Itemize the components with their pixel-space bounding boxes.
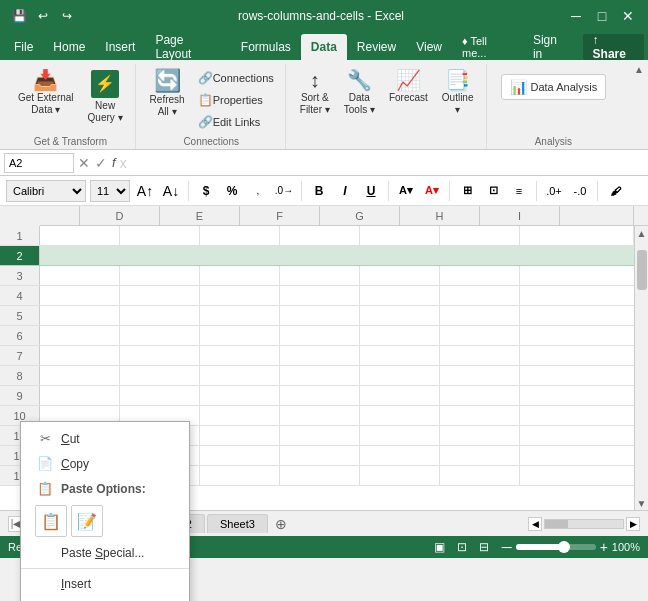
page-layout-view-button[interactable]: ⊡ (452, 539, 472, 555)
cell-g2[interactable] (280, 246, 360, 265)
confirm-formula-icon[interactable]: ✓ (95, 155, 107, 171)
cell-h7[interactable] (360, 346, 440, 365)
tab-review[interactable]: Review (347, 34, 406, 60)
data-tools-button[interactable]: 🔧 DataTools ▾ (338, 66, 381, 120)
cell-e9[interactable] (120, 386, 200, 405)
outline-button[interactable]: 📑 Outline▾ (436, 66, 480, 120)
tab-formulas[interactable]: Formulas (231, 34, 301, 60)
cell-d4[interactable] (40, 286, 120, 305)
cell-i11[interactable] (440, 426, 520, 445)
context-menu-copy[interactable]: 📄 Copy (21, 451, 189, 476)
inc-indent-button[interactable]: .0+ (543, 180, 565, 202)
cell-f6[interactable] (200, 326, 280, 345)
cell-g8[interactable] (280, 366, 360, 385)
underline-button[interactable]: U (360, 180, 382, 202)
col-header-d[interactable]: D (80, 206, 160, 225)
minimize-button[interactable]: ─ (564, 4, 588, 28)
data-analysis-button[interactable]: 📊 Data Analysis (501, 74, 607, 100)
cell-h3[interactable] (360, 266, 440, 285)
row-header-9[interactable]: 9 (0, 386, 40, 405)
maximize-button[interactable]: □ (590, 4, 614, 28)
row-header-1[interactable]: 1 (0, 226, 40, 245)
save-button[interactable]: 💾 (8, 5, 30, 27)
cell-g6[interactable] (280, 326, 360, 345)
cell-f10[interactable] (200, 406, 280, 425)
cell-h1[interactable] (360, 226, 440, 245)
tab-file[interactable]: File (4, 34, 43, 60)
cell-i3[interactable] (440, 266, 520, 285)
row-header-4[interactable]: 4 (0, 286, 40, 305)
context-menu-cut[interactable]: ✂ Cut (21, 426, 189, 451)
cell-e7[interactable] (120, 346, 200, 365)
cell-f8[interactable] (200, 366, 280, 385)
cell-g3[interactable] (280, 266, 360, 285)
cell-f5[interactable] (200, 306, 280, 325)
tab-view[interactable]: View (406, 34, 452, 60)
cell-h11[interactable] (360, 426, 440, 445)
cell-h10[interactable] (360, 406, 440, 425)
cell-i1[interactable] (440, 226, 520, 245)
sort-filter-button[interactable]: ↕ Sort &Filter ▾ (294, 66, 336, 120)
cell-d3[interactable] (40, 266, 120, 285)
paste-icon-clipboard[interactable]: 📋 (35, 505, 67, 537)
cell-e5[interactable] (120, 306, 200, 325)
zoom-in-button[interactable]: + (600, 539, 608, 555)
close-button[interactable]: ✕ (616, 4, 640, 28)
percent-button[interactable]: % (221, 180, 243, 202)
insert-function-icon[interactable]: f (112, 155, 116, 171)
paste-icon-values[interactable]: 📝 (71, 505, 103, 537)
hscroll-right[interactable]: ▶ (626, 517, 640, 531)
align-button[interactable]: ≡ (508, 180, 530, 202)
tab-share[interactable]: ↑ Share (583, 34, 644, 60)
cell-i4[interactable] (440, 286, 520, 305)
cell-i9[interactable] (440, 386, 520, 405)
cell-reference-box[interactable]: A2 (4, 153, 74, 173)
cell-h9[interactable] (360, 386, 440, 405)
page-break-view-button[interactable]: ⊟ (474, 539, 494, 555)
cell-i2[interactable] (440, 246, 520, 265)
font-family-select[interactable]: Calibri (6, 180, 86, 202)
properties-button[interactable]: 📋Properties (193, 90, 279, 110)
italic-button[interactable]: I (334, 180, 356, 202)
add-sheet-button[interactable]: ⊕ (270, 513, 292, 535)
tab-page-layout[interactable]: Page Layout (145, 34, 230, 60)
cell-f13[interactable] (200, 466, 280, 485)
cell-d5[interactable] (40, 306, 120, 325)
cell-i7[interactable] (440, 346, 520, 365)
context-menu-delete[interactable]: Delete (21, 596, 189, 601)
cell-g10[interactable] (280, 406, 360, 425)
scroll-thumb[interactable] (637, 250, 647, 290)
scroll-up-button[interactable]: ▲ (635, 226, 648, 240)
formula-input[interactable] (131, 156, 644, 170)
font-color-button[interactable]: A▾ (421, 180, 443, 202)
borders-button[interactable]: ⊞ (456, 180, 478, 202)
new-query-button[interactable]: ⚡ NewQuery ▾ (82, 66, 129, 128)
context-menu-paste-special[interactable]: Paste Special... (21, 541, 189, 565)
cell-i13[interactable] (440, 466, 520, 485)
scroll-track[interactable] (635, 240, 648, 496)
cell-g13[interactable] (280, 466, 360, 485)
tab-data[interactable]: Data (301, 34, 347, 60)
cell-g11[interactable] (280, 426, 360, 445)
col-header-i[interactable]: I (480, 206, 560, 225)
format-painter-button[interactable]: 🖌 (604, 180, 626, 202)
zoom-out-button[interactable]: ─ (502, 539, 512, 555)
row-header-5[interactable]: 5 (0, 306, 40, 325)
row-header-7[interactable]: 7 (0, 346, 40, 365)
cell-d9[interactable] (40, 386, 120, 405)
cell-f11[interactable] (200, 426, 280, 445)
currency-button[interactable]: $ (195, 180, 217, 202)
cancel-formula-icon[interactable]: ✕ (78, 155, 90, 171)
cell-i8[interactable] (440, 366, 520, 385)
cell-f1[interactable] (200, 226, 280, 245)
cell-h2[interactable] (360, 246, 440, 265)
cell-e4[interactable] (120, 286, 200, 305)
cell-g9[interactable] (280, 386, 360, 405)
row-header-3[interactable]: 3 (0, 266, 40, 285)
cell-f9[interactable] (200, 386, 280, 405)
col-header-e[interactable]: E (160, 206, 240, 225)
cell-g4[interactable] (280, 286, 360, 305)
cell-f3[interactable] (200, 266, 280, 285)
cell-g5[interactable] (280, 306, 360, 325)
fill-color-button[interactable]: A▾ (395, 180, 417, 202)
